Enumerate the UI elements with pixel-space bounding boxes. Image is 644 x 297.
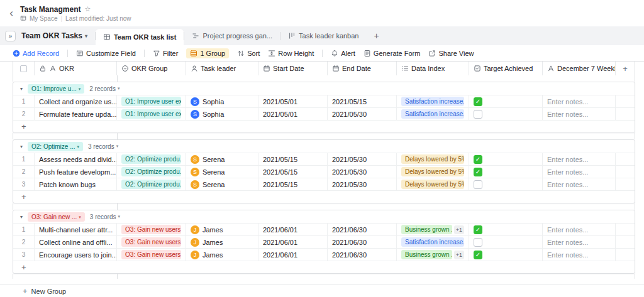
weekly-report-cell[interactable]: Enter notes... — [543, 236, 616, 248]
select-all-checkbox[interactable] — [13, 62, 35, 75]
task-leader-cell[interactable]: JJames — [186, 224, 258, 235]
back-button[interactable]: ‹ — [5, 7, 18, 19]
task-leader-cell[interactable]: SSophia — [186, 108, 258, 120]
okr-group-cell[interactable]: O3: Gain new users — [117, 224, 186, 235]
start-date-cell[interactable]: 2021/05/01 — [258, 95, 328, 107]
row-number[interactable]: 2 — [13, 236, 35, 248]
group-record-count[interactable]: 3 records▾ — [88, 143, 118, 150]
weekly-report-cell[interactable]: Enter notes... — [543, 224, 616, 235]
okr-group-cell[interactable]: O1: Improve user ex... — [117, 95, 186, 107]
data-index-cell[interactable]: Delays lowered by 5% — [397, 153, 469, 165]
start-date-cell[interactable]: 2021/05/15 — [258, 178, 328, 190]
column-header-okr[interactable]: OKR — [35, 62, 117, 75]
data-index-cell[interactable]: Delays lowered by 5% — [397, 166, 469, 178]
add-record-button[interactable]: Add Record — [13, 50, 59, 57]
task-leader-cell[interactable]: SSerena — [186, 166, 258, 178]
column-header-start-date[interactable]: Start Date — [258, 62, 328, 75]
target-checkbox[interactable]: ✓ — [474, 155, 482, 164]
group-header[interactable]: ▾O1: Improve u...▾2 records▾ — [13, 82, 635, 95]
end-date-cell[interactable]: 2021/06/30 — [328, 249, 397, 261]
target-checkbox[interactable] — [474, 238, 482, 247]
row-height-button[interactable]: Row Height — [268, 50, 314, 57]
collapse-group-icon[interactable]: ▾ — [20, 86, 23, 92]
row-number[interactable]: 3 — [13, 178, 35, 190]
row-number[interactable]: 1 — [13, 95, 35, 107]
task-leader-cell[interactable]: SSerena — [186, 153, 258, 165]
start-date-cell[interactable]: 2021/06/01 — [258, 224, 328, 235]
row-number[interactable]: 1 — [13, 153, 35, 165]
share-view-button[interactable]: Share View — [428, 50, 474, 57]
target-achieved-cell[interactable]: ✓ — [469, 95, 543, 107]
okr-group-cell[interactable]: O1: Improve user ex... — [117, 108, 186, 120]
add-view-button[interactable]: + — [366, 31, 386, 41]
target-achieved-cell[interactable] — [469, 236, 543, 248]
data-index-cell[interactable]: Satisfaction increase... — [397, 236, 469, 248]
okr-task-cell[interactable]: Encourage users to join... — [35, 249, 117, 261]
okr-group-cell[interactable]: O2: Optimize produ... — [117, 178, 186, 190]
target-checkbox[interactable]: ✓ — [474, 97, 482, 106]
weekly-report-cell[interactable]: Enter notes... — [543, 166, 616, 178]
task-leader-cell[interactable]: JJames — [186, 249, 258, 261]
column-header-data-index[interactable]: Data Index — [397, 62, 469, 75]
group-record-count[interactable]: 3 records▾ — [90, 213, 120, 220]
data-index-cell[interactable]: Satisfaction increase... — [397, 95, 469, 107]
expand-sidebar-button[interactable]: » — [5, 31, 16, 41]
target-achieved-cell[interactable] — [469, 178, 543, 190]
start-date-cell[interactable]: 2021/05/15 — [258, 153, 328, 165]
weekly-report-cell[interactable]: Enter notes... — [543, 249, 616, 261]
target-achieved-cell[interactable]: ✓ — [469, 166, 543, 178]
workspace-name[interactable]: My Space — [30, 15, 57, 22]
star-icon[interactable]: ☆ — [84, 5, 91, 13]
weekly-report-cell[interactable]: Enter notes... — [543, 178, 616, 190]
end-date-cell[interactable]: 2021/05/30 — [328, 108, 397, 120]
data-index-cell[interactable]: Business grown ...+1 — [397, 224, 469, 235]
end-date-cell[interactable]: 2021/05/30 — [328, 178, 397, 190]
target-achieved-cell[interactable]: ✓ — [469, 224, 543, 235]
group-value-chip[interactable]: O3: Gain new ...▾ — [28, 212, 85, 222]
alert-button[interactable]: Alert — [331, 50, 355, 57]
end-date-cell[interactable]: 2021/06/30 — [328, 236, 397, 248]
task-leader-cell[interactable]: SSerena — [186, 178, 258, 190]
column-header-weekly-report[interactable]: December 7 Weekly R... — [543, 62, 616, 75]
add-record-row-button[interactable]: + — [13, 261, 635, 273]
okr-group-cell[interactable]: O3: Gain new users — [117, 249, 186, 261]
target-achieved-cell[interactable]: ✓ — [469, 153, 543, 165]
row-number[interactable]: 2 — [13, 108, 35, 120]
tab-team-okr-task-list[interactable]: Team OKR task list — [96, 29, 184, 45]
okr-task-cell[interactable]: Push feature developm... — [35, 166, 117, 178]
row-number[interactable]: 2 — [13, 166, 35, 178]
group-record-count[interactable]: 2 records▾ — [89, 85, 119, 92]
end-date-cell[interactable]: 2021/05/30 — [328, 166, 397, 178]
start-date-cell[interactable]: 2021/05/15 — [258, 166, 328, 178]
task-leader-cell[interactable]: JJames — [186, 236, 258, 248]
add-record-row-button[interactable]: + — [13, 120, 635, 132]
okr-group-cell[interactable]: O2: Optimize produ... — [117, 153, 186, 165]
start-date-cell[interactable]: 2021/06/01 — [258, 249, 328, 261]
add-field-button[interactable]: + — [616, 62, 635, 75]
target-checkbox[interactable]: ✓ — [474, 225, 482, 234]
add-record-row-button[interactable]: + — [13, 190, 635, 203]
weekly-report-cell[interactable]: Enter notes... — [543, 95, 616, 107]
okr-task-cell[interactable]: Assess needs and divid... — [35, 153, 117, 165]
okr-group-cell[interactable]: O2: Optimize produ... — [117, 166, 186, 178]
start-date-cell[interactable]: 2021/06/01 — [258, 236, 328, 248]
collapse-group-icon[interactable]: ▾ — [20, 144, 23, 149]
group-header[interactable]: ▾O3: Gain new ...▾3 records▾ — [13, 210, 635, 223]
column-header-target-achieved[interactable]: Target Achieved — [469, 62, 543, 75]
okr-task-cell[interactable]: Collect online and offli... — [35, 236, 117, 248]
new-group-button[interactable]: + New Group — [0, 284, 644, 297]
weekly-report-cell[interactable]: Enter notes... — [543, 108, 616, 120]
sort-button[interactable]: Sort — [237, 50, 260, 57]
okr-task-cell[interactable]: Patch known bugs — [35, 178, 117, 190]
okr-task-cell[interactable]: Multi-channel user attr... — [35, 224, 117, 235]
customize-field-button[interactable]: Customize Field — [76, 50, 136, 57]
filter-button[interactable]: Filter — [153, 50, 178, 57]
group-value-chip[interactable]: O1: Improve u...▾ — [28, 84, 84, 94]
column-header-end-date[interactable]: End Date — [328, 62, 397, 75]
row-number[interactable]: 3 — [13, 249, 35, 261]
collapse-group-icon[interactable]: ▾ — [20, 214, 23, 220]
task-leader-cell[interactable]: SSophia — [186, 95, 258, 107]
data-index-cell[interactable]: Delays lowered by 5% — [397, 178, 469, 190]
group-button[interactable]: 1 Group — [186, 48, 229, 58]
view-switcher[interactable]: Team OKR Tasks ▾ — [21, 31, 87, 40]
